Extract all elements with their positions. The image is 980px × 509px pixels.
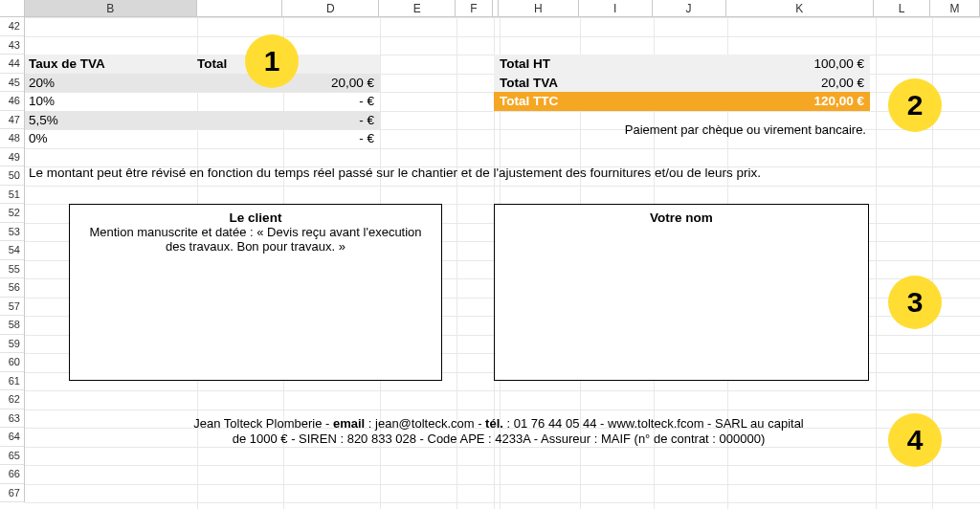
- row-header-49[interactable]: 49: [0, 148, 24, 167]
- client-signature-text: Mention manuscrite et datée : « Devis re…: [79, 226, 432, 254]
- row-header-54[interactable]: 54: [0, 241, 24, 260]
- row-header-52[interactable]: 52: [0, 204, 24, 223]
- row-header-45[interactable]: 45: [0, 74, 24, 93]
- total-ttc-row: Total TTC 120,00 €: [494, 92, 870, 111]
- callout-3: 3: [888, 276, 942, 329]
- vendor-signature-box: Votre nom: [494, 204, 869, 381]
- row-header-67[interactable]: 67: [0, 484, 24, 503]
- row-header-65[interactable]: 65: [0, 447, 24, 466]
- row-header-60[interactable]: 60: [0, 353, 24, 372]
- tva-amount: - €: [283, 131, 380, 145]
- col-header-L[interactable]: L: [874, 0, 930, 16]
- tva-row-3: 0%- €: [25, 129, 380, 148]
- col-header-J[interactable]: J: [653, 0, 726, 16]
- tva-row-1: 10%- €: [25, 92, 380, 111]
- client-signature-box: Le client Mention manuscrite et datée : …: [69, 204, 442, 381]
- col-header-I[interactable]: I: [579, 0, 653, 16]
- row-header-51[interactable]: 51: [0, 186, 24, 205]
- row-header-43[interactable]: 43: [0, 36, 24, 55]
- col-header-E[interactable]: E: [379, 0, 456, 16]
- total-tva-label: Total TVA: [494, 76, 704, 90]
- callout-1: 1: [245, 34, 299, 88]
- row-header-64[interactable]: 64: [0, 428, 24, 447]
- col-header-K[interactable]: K: [726, 0, 875, 16]
- row-header-59[interactable]: 59: [0, 335, 24, 354]
- row-header-48[interactable]: 48: [0, 129, 24, 148]
- total-ht-row: Total HT 100,00 €: [494, 55, 870, 74]
- tva-header-rate: Taux de TVA: [25, 56, 197, 71]
- tva-rate: 0%: [25, 131, 197, 145]
- client-signature-title: Le client: [79, 210, 432, 225]
- col-header-M[interactable]: M: [930, 0, 980, 16]
- tva-header-row: Taux de TVA Total: [25, 55, 380, 74]
- total-ht-value: 100,00 €: [704, 56, 870, 71]
- tva-table: Taux de TVA Total 20%20,00 €10%- €5,5%- …: [25, 55, 380, 148]
- tva-amount: - €: [283, 94, 380, 108]
- row-header-61[interactable]: 61: [0, 372, 24, 391]
- callout-2: 2: [888, 78, 942, 132]
- col-header-D[interactable]: D: [282, 0, 379, 16]
- tva-row-2: 5,5%- €: [25, 111, 380, 130]
- tva-rate: 5,5%: [25, 113, 197, 127]
- total-ht-label: Total HT: [494, 56, 704, 71]
- revision-note: Le montant peut être révisé en fonction …: [25, 166, 924, 180]
- row-header-42[interactable]: 42: [0, 17, 24, 36]
- totals-block: Total HT 100,00 € Total TVA 20,00 € Tota…: [494, 55, 870, 111]
- callout-4: 4: [888, 413, 942, 467]
- row-header-55[interactable]: 55: [0, 260, 24, 279]
- payment-note: Paiement par chèque ou virement bancaire…: [494, 122, 870, 137]
- total-ttc-label: Total TTC: [494, 94, 704, 108]
- col-header-H[interactable]: H: [499, 0, 579, 16]
- total-tva-row: Total TVA 20,00 €: [494, 74, 870, 93]
- row-header-57[interactable]: 57: [0, 298, 24, 317]
- row-header-66[interactable]: 66: [0, 465, 24, 484]
- footer-line1: Jean Tolteck Plomberie - email : jean@to…: [193, 416, 804, 431]
- row-header-46[interactable]: 46: [0, 92, 24, 111]
- row-header-58[interactable]: 58: [0, 316, 24, 335]
- col-header-F[interactable]: F: [456, 0, 493, 16]
- tva-rate: 20%: [25, 76, 197, 90]
- row-header-62[interactable]: 62: [0, 390, 24, 409]
- col-header-blank[interactable]: [197, 0, 283, 16]
- row-header-53[interactable]: 53: [0, 223, 24, 242]
- tva-amount: 20,00 €: [283, 76, 380, 90]
- row-numbers: 4243444546474849505152535455565758596061…: [0, 17, 25, 502]
- row-header-44[interactable]: 44: [0, 55, 24, 74]
- total-tva-value: 20,00 €: [704, 76, 870, 90]
- tva-amount: - €: [283, 113, 380, 127]
- row-header-50[interactable]: 50: [0, 166, 24, 186]
- row-header-56[interactable]: 56: [0, 278, 24, 298]
- total-ttc-value: 120,00 €: [704, 94, 870, 108]
- row-header-47[interactable]: 47: [0, 111, 24, 130]
- tva-rate: 10%: [25, 94, 197, 108]
- row-header-63[interactable]: 63: [0, 409, 24, 429]
- col-header-B[interactable]: B: [25, 0, 197, 16]
- footer-legal: Jean Tolteck Plomberie - email : jean@to…: [130, 416, 867, 448]
- column-headers: BDEFHIJKLM: [0, 0, 980, 17]
- tva-row-0: 20%20,00 €: [25, 74, 380, 93]
- footer-line2: de 1000 € - SIREN : 820 833 028 - Code A…: [233, 432, 766, 446]
- vendor-signature-title: Votre nom: [504, 210, 858, 225]
